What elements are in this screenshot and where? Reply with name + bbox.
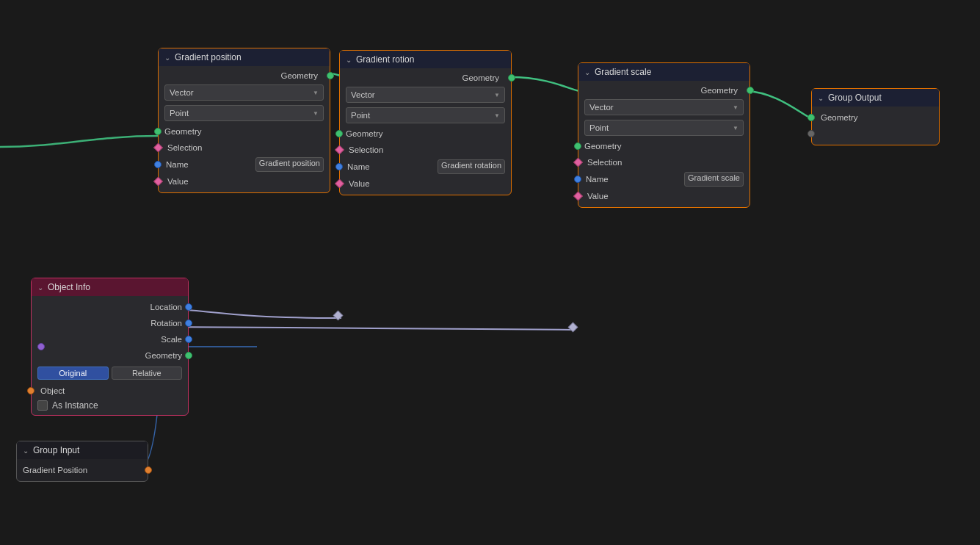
rotation-label: Rotation <box>37 319 182 328</box>
geometry-input-label: Geometry <box>346 129 505 138</box>
geometry-label: Geometry <box>701 86 738 95</box>
value-label: Value <box>346 179 505 188</box>
vector-dropdown-row[interactable]: Vector ▼ <box>159 82 330 103</box>
point-dropdown-row[interactable]: Point ▼ <box>159 103 330 123</box>
point-dropdown-row[interactable]: Point ▼ <box>340 105 511 126</box>
node-title: Object Info <box>48 282 90 292</box>
node-body: Geometry <box>812 107 939 145</box>
gradient-rotion-header[interactable]: ⌄ Gradient rotion <box>340 51 511 68</box>
point-dropdown-row[interactable]: Point ▼ <box>578 118 749 138</box>
location-row: Location <box>32 299 188 315</box>
node-body: Geometry Vector ▼ Point ▼ Geometry Selec… <box>578 81 749 207</box>
dropdown-arrow: ▼ <box>494 92 500 98</box>
geometry-input-row: Geometry <box>578 138 749 154</box>
selection-row: Selection <box>340 142 511 158</box>
chevron-icon: ⌄ <box>23 447 29 455</box>
gradient-position-node: ⌄ Gradient position Geometry Vector ▼ Po… <box>158 48 330 193</box>
scale-label: Scale <box>37 335 182 344</box>
gradient-rotion-node: ⌄ Gradient rotion Geometry Vector ▼ Poin… <box>339 50 512 195</box>
geometry-input-row: Geometry <box>340 126 511 142</box>
geometry-label: Geometry <box>462 73 500 82</box>
chevron-icon: ⌄ <box>164 54 170 62</box>
vector-dropdown-row[interactable]: Vector ▼ <box>340 84 511 105</box>
relative-button[interactable]: Relative <box>112 367 183 380</box>
geometry-label: Geometry <box>37 351 182 360</box>
name-input[interactable]: Gradient scale <box>684 172 744 187</box>
geometry-label-row: Geometry <box>578 84 749 97</box>
node-title: Gradient rotion <box>356 54 414 65</box>
node-title: Group Output <box>828 93 882 103</box>
geometry-label-row: Geometry <box>159 69 330 82</box>
location-label: Location <box>37 303 182 311</box>
as-instance-label: As Instance <box>52 400 98 411</box>
value-row: Value <box>578 188 749 204</box>
group-input-header[interactable]: ⌄ Group Input <box>17 441 148 459</box>
geometry-label: Geometry <box>281 71 319 80</box>
point-dropdown[interactable]: Point ▼ <box>346 107 505 123</box>
node-title: Gradient position <box>175 52 242 62</box>
value-label: Value <box>164 177 324 186</box>
name-row: Name Gradient scale <box>578 170 749 188</box>
vector-dropdown[interactable]: Vector ▼ <box>164 84 324 101</box>
scale-row: Scale <box>32 331 188 347</box>
node-body: Location Rotation Scale Geometry Origina… <box>32 296 188 415</box>
object-info-header[interactable]: ⌄ Object Info <box>32 278 188 296</box>
chevron-icon: ⌄ <box>346 56 352 64</box>
geometry-row: Geometry <box>32 347 188 364</box>
name-row: Name Gradient position <box>159 156 330 173</box>
chevron-icon: ⌄ <box>37 284 43 292</box>
group-input-node: ⌄ Group Input Gradient Position <box>16 441 148 482</box>
dropdown-arrow: ▼ <box>313 110 319 117</box>
svg-rect-1 <box>568 322 578 332</box>
name-row: Name Gradient rotation <box>340 158 511 176</box>
vector-dropdown-row[interactable]: Vector ▼ <box>578 97 749 118</box>
gradient-scale-header[interactable]: ⌄ Gradient scale <box>578 63 749 81</box>
geometry-input-row: Geometry <box>159 123 330 140</box>
node-body: Gradient Position <box>17 459 148 481</box>
geometry-input-label: Geometry <box>584 142 744 151</box>
original-button[interactable]: Original <box>37 367 109 380</box>
selection-label: Selection <box>346 145 505 154</box>
vector-dropdown[interactable]: Vector ▼ <box>584 99 744 115</box>
vector-dropdown[interactable]: Vector ▼ <box>346 87 505 103</box>
mode-buttons: Original Relative <box>32 364 188 383</box>
geometry-label: Geometry <box>818 113 933 122</box>
node-title: Group Input <box>33 445 79 455</box>
dropdown-arrow: ▼ <box>733 125 738 131</box>
gradient-position-header[interactable]: ⌄ Gradient position <box>159 48 330 66</box>
chevron-icon: ⌄ <box>584 68 590 76</box>
selection-row: Selection <box>578 154 749 170</box>
object-row: Object <box>32 383 188 399</box>
name-input[interactable]: Gradient position <box>255 157 324 172</box>
selection-row: Selection <box>159 140 330 156</box>
dropdown-arrow: ▼ <box>494 112 500 119</box>
geometry-input-label: Geometry <box>164 127 324 136</box>
dropdown-arrow: ▼ <box>733 104 738 111</box>
value-row: Value <box>159 173 330 190</box>
value-row: Value <box>340 176 511 192</box>
selection-label: Selection <box>584 158 744 167</box>
empty-socket-row <box>812 126 939 142</box>
group-output-header[interactable]: ⌄ Group Output <box>812 89 939 107</box>
point-dropdown[interactable]: Point ▼ <box>164 105 324 121</box>
value-label: Value <box>584 192 744 201</box>
as-instance-checkbox[interactable] <box>37 400 48 411</box>
name-input[interactable]: Gradient rotation <box>438 159 505 174</box>
point-dropdown[interactable]: Point ▼ <box>584 120 744 136</box>
geometry-row: Geometry <box>812 109 939 126</box>
gradient-scale-node: ⌄ Gradient scale Geometry Vector ▼ Point… <box>578 62 750 208</box>
name-label: Name <box>346 162 438 171</box>
node-title: Gradient scale <box>595 67 651 77</box>
object-label: Object <box>37 386 182 395</box>
gradient-position-row: Gradient Position <box>17 462 148 478</box>
node-body: Geometry Vector ▼ Point ▼ Geometry Selec… <box>340 68 511 195</box>
rotation-row: Rotation <box>32 315 188 331</box>
gradient-position-label: Gradient Position <box>23 466 142 474</box>
dropdown-arrow: ▼ <box>313 90 319 96</box>
group-output-node: ⌄ Group Output Geometry <box>811 88 940 145</box>
svg-rect-0 <box>333 311 343 320</box>
name-label: Name <box>584 175 684 184</box>
as-instance-row: As Instance <box>32 399 188 412</box>
selection-label: Selection <box>164 143 324 152</box>
object-info-node: ⌄ Object Info Location Rotation Scale Ge… <box>31 278 189 416</box>
